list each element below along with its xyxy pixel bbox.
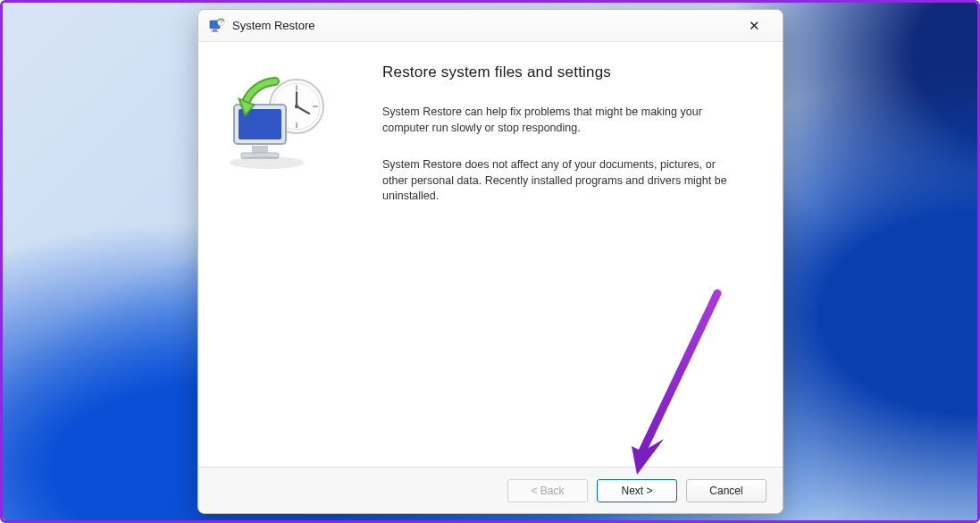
close-icon: ✕ xyxy=(749,18,760,34)
wizard-sidebar xyxy=(198,42,373,467)
next-button[interactable]: Next > xyxy=(597,479,677,502)
titlebar: System Restore ✕ xyxy=(198,10,783,42)
svg-point-13 xyxy=(295,105,298,108)
system-restore-dialog: System Restore ✕ xyxy=(197,9,783,514)
back-button: < Back xyxy=(507,479,588,502)
wizard-content: Restore system files and settings System… xyxy=(373,42,783,467)
restore-hero-icon xyxy=(218,164,334,179)
svg-point-18 xyxy=(230,156,305,169)
description-2: System Restore does not affect any of yo… xyxy=(382,157,740,205)
dialog-footer: < Back Next > Cancel xyxy=(198,467,783,513)
description-1: System Restore can help fix problems tha… xyxy=(382,105,740,136)
page-heading: Restore system files and settings xyxy=(382,63,750,81)
cancel-button-label: Cancel xyxy=(709,485,742,497)
svg-rect-16 xyxy=(252,146,268,153)
cancel-button[interactable]: Cancel xyxy=(686,479,766,502)
back-button-label: < Back xyxy=(531,485,564,497)
system-restore-icon xyxy=(209,18,225,34)
close-button[interactable]: ✕ xyxy=(734,13,774,39)
svg-rect-1 xyxy=(213,30,217,31)
dialog-body: Restore system files and settings System… xyxy=(198,42,783,467)
svg-rect-2 xyxy=(211,31,219,32)
window-title: System Restore xyxy=(232,19,734,32)
next-button-label: Next > xyxy=(621,485,652,497)
